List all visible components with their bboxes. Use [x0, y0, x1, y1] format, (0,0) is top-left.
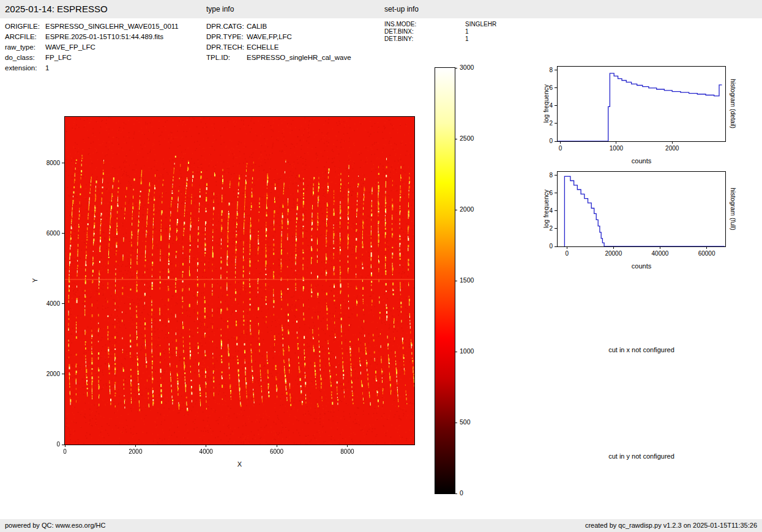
x-tick-mark	[706, 246, 707, 249]
histogram-full-plot: 020000400006000002468countslog frequency…	[557, 171, 726, 247]
type-info-heading: type info	[206, 0, 234, 18]
colorbar-tick-label: 2000	[460, 205, 474, 213]
info-value: WAVE,FP,LFC	[247, 33, 292, 40]
right-axis-label: histogram (full)	[729, 172, 738, 246]
y-tick-label: 8000	[39, 160, 60, 166]
x-tick-label: 0	[47, 448, 83, 455]
info-label: DET.BINY:	[384, 35, 465, 42]
info-row: do_class:FP_LFC	[5, 52, 179, 62]
colorbar-tick-label: 3000	[460, 64, 474, 71]
raw-image-plot: 0200040006000800002000400060008000XY	[64, 116, 415, 445]
y-tick-mark	[555, 246, 557, 247]
footer-right-text: created by qc_rawdisp.py v1.2.3 on 2025-…	[585, 519, 757, 532]
colorbar-tick-mark	[455, 493, 457, 494]
info-label: DPR.TECH:	[206, 43, 247, 51]
x-tick-mark	[206, 445, 206, 447]
x-tick-mark	[613, 246, 614, 249]
info-value: ESPRE.2025-01-15T10:51:44.489.fits	[45, 33, 163, 40]
header-bar: 2025-01-14: ESPRESSO type info set-up in…	[0, 0, 762, 18]
y-axis-label: Y	[31, 117, 39, 445]
y-tick-mark	[555, 105, 557, 106]
footer-left-text: powered by QC: www.eso.org/HC	[5, 519, 105, 532]
info-label: do_class:	[5, 54, 45, 61]
cut-y-note: cut in y not configured	[557, 453, 726, 460]
y-tick-mark	[555, 87, 557, 88]
y-tick-mark	[555, 175, 557, 175]
y-tick-label: 0	[39, 441, 60, 448]
x-tick-label: 60000	[689, 250, 725, 257]
info-row: ORIGFILE:ESPRESSO_SINGLEHR_WAVE015_0011	[5, 21, 179, 31]
setup-info-block: INS.MODE:SINGLEHR DET.BINX:1 DET.BINY:1	[384, 20, 496, 42]
info-row: extension:1	[5, 62, 179, 73]
info-value: 1	[465, 28, 469, 35]
x-tick-label: 2000	[117, 448, 154, 455]
x-tick-mark	[660, 246, 660, 249]
info-value: CALIB	[247, 23, 267, 30]
info-value: FP_LFC	[45, 54, 72, 61]
type-info-block: DPR.CATG:CALIB DPR.TYPE:WAVE,FP,LFC DPR.…	[206, 21, 351, 62]
x-tick-mark	[560, 141, 561, 144]
x-tick-label: 4000	[188, 448, 225, 455]
histogram-detail-plot: 01000200002468countslog frequencyhistogr…	[557, 66, 726, 142]
x-tick-label: 0	[548, 250, 585, 257]
info-value: WAVE_FP_LFC	[45, 43, 95, 51]
x-tick-label: 6000	[258, 448, 295, 455]
x-tick-mark	[347, 445, 348, 447]
info-value: ECHELLE	[247, 43, 278, 51]
y-tick-mark	[62, 303, 64, 304]
colorbar-tick-mark	[455, 423, 457, 423]
info-row: DPR.TECH:ECHELLE	[206, 42, 351, 52]
detector-image-canvas	[65, 117, 414, 445]
y-axis-label: log frequency	[542, 172, 550, 246]
info-label: raw_type:	[5, 43, 45, 51]
x-tick-mark	[567, 246, 567, 249]
footer-bar: powered by QC: www.eso.org/HC created by…	[0, 519, 762, 532]
y-tick-mark	[62, 445, 64, 445]
x-tick-label: 20000	[595, 250, 632, 257]
x-tick-label: 2000	[654, 145, 690, 152]
info-row: INS.MODE:SINGLEHR	[384, 20, 496, 28]
info-label: ORIGFILE:	[5, 23, 45, 30]
y-tick-label: 4000	[39, 300, 60, 307]
y-axis-label: log frequency	[542, 67, 550, 141]
info-value: 1	[45, 64, 49, 72]
info-row: DPR.CATG:CALIB	[206, 21, 351, 31]
histogram-full-line	[558, 172, 725, 246]
info-row: raw_type:WAVE_FP_LFC	[5, 42, 179, 52]
x-axis-label: counts	[617, 157, 666, 164]
colorbar-tick-label: 500	[460, 418, 471, 426]
page-title: 2025-01-14: ESPRESSO	[5, 0, 108, 18]
colorbar-tick-label: 2500	[460, 135, 474, 142]
info-label: DET.BINX:	[384, 28, 465, 35]
colorbar-tick-label: 1500	[460, 276, 474, 284]
y-tick-mark	[62, 233, 64, 234]
info-row: ARCFILE:ESPRE.2025-01-15T10:51:44.489.fi…	[5, 31, 179, 42]
y-tick-mark	[555, 123, 557, 124]
info-label: extension:	[5, 64, 45, 72]
setup-info-heading: set-up info	[384, 0, 419, 18]
right-axis-label: histogram (detail)	[729, 67, 738, 141]
info-row: TPL.ID:ESPRESSO_singleHR_cal_wave	[206, 52, 351, 62]
info-value: ESPRESSO_SINGLEHR_WAVE015_0011	[45, 23, 179, 30]
info-row: DET.BINY:1	[384, 35, 496, 42]
histogram-detail-line	[558, 67, 725, 141]
x-tick-label: 0	[542, 145, 579, 152]
x-tick-label: 8000	[329, 448, 365, 455]
info-value: ESPRESSO_singleHR_cal_wave	[247, 54, 351, 61]
info-label: DPR.TYPE:	[206, 33, 247, 40]
colorbar-tick-label: 1000	[460, 347, 474, 355]
x-tick-label: 1000	[598, 145, 635, 152]
y-tick-mark	[555, 141, 557, 142]
info-value: 1	[465, 35, 469, 42]
info-row: DET.BINX:1	[384, 28, 496, 35]
info-label: DPR.CATG:	[206, 23, 247, 30]
cut-x-note: cut in x not configured	[557, 346, 726, 353]
x-tick-mark	[65, 445, 65, 447]
info-row: DPR.TYPE:WAVE,FP,LFC	[206, 31, 351, 42]
y-tick-mark	[62, 374, 64, 374]
colorbar-gradient	[435, 68, 455, 493]
qc-report-page: 2025-01-14: ESPRESSO type info set-up in…	[0, 0, 762, 532]
colorbar-tick-mark	[455, 68, 457, 68]
colorbar-tick-mark	[455, 210, 457, 210]
file-info-block: ORIGFILE:ESPRESSO_SINGLEHR_WAVE015_0011 …	[5, 21, 179, 73]
